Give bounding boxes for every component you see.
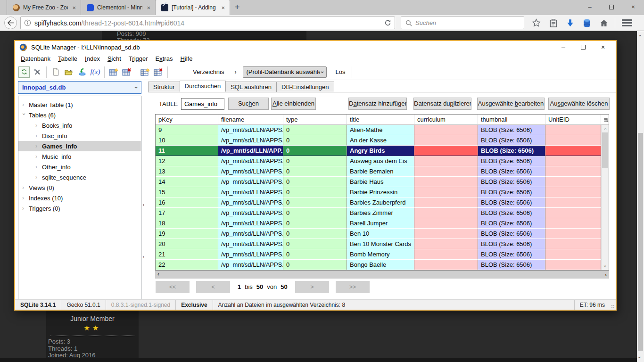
chevron-right-icon[interactable]: › [35, 132, 39, 139]
tree-item[interactable]: › Games_info [18, 141, 141, 151]
new-database-icon[interactable] [49, 66, 62, 78]
browser-tab[interactable]: [Tutorial] - Adding Flash ... × [156, 0, 230, 15]
cell-type[interactable]: 0 [283, 229, 347, 239]
menu-item[interactable]: Sicht [104, 54, 125, 63]
table-row[interactable]: 15/vp_mnt/sd/LLN/APPS...0Barbie Prinzess… [156, 187, 609, 197]
download-icon[interactable] [566, 19, 574, 27]
cell-title[interactable]: Barbies Zimmer [347, 208, 414, 218]
cell-title[interactable]: Ben 10 [347, 229, 414, 239]
cell-pKey[interactable]: 15 [156, 187, 218, 197]
browser-minimize-button[interactable]: – [579, 0, 601, 15]
cell-type[interactable]: 0 [283, 249, 347, 260]
database-select[interactable]: Innopad_sd.db › [18, 81, 141, 94]
cell-thumbnail[interactable]: BLOB (Size: 6506) [478, 177, 545, 187]
cell-curriculum[interactable] [414, 208, 478, 218]
new-tab-button[interactable]: + [230, 0, 244, 15]
action-button[interactable]: Alle einblenden [271, 98, 316, 110]
directory-button[interactable]: Verzeichnis [193, 68, 224, 75]
menu-item[interactable]: Extras [152, 54, 177, 63]
chevron-right-icon[interactable]: › [22, 101, 26, 108]
cell-curriculum[interactable] [414, 239, 478, 249]
cell-pKey[interactable]: 18 [156, 218, 218, 229]
cell-UnitEID[interactable] [545, 177, 601, 187]
column-picker-icon[interactable] [601, 115, 609, 124]
tree-item[interactable]: › Disc_info [18, 131, 141, 141]
cell-filename[interactable]: /vp_mnt/sd/LLN/APPS... [218, 177, 283, 187]
cell-type[interactable]: 0 [283, 239, 347, 249]
action-button[interactable]: Datensatz hinzufügen [348, 98, 407, 110]
cell-title[interactable]: Ausweg aus dem Eis [347, 156, 414, 166]
cell-filename[interactable]: /vp_mnt/sd/LLN/APPS... [218, 260, 283, 270]
cell-title[interactable]: Barbie Prinzessin [347, 187, 414, 197]
scroll-up-icon[interactable]: › [637, 35, 643, 37]
cell-type[interactable]: 0 [283, 197, 347, 208]
scrollbar-thumb[interactable] [638, 133, 643, 351]
grid-vertical-scrollbar[interactable]: › › [601, 125, 609, 270]
cell-UnitEID[interactable] [545, 249, 601, 260]
cell-UnitEID[interactable] [545, 260, 601, 270]
table-row[interactable]: 14/vp_mnt/sd/LLN/APPS...0Barbie HausBLOB… [156, 177, 609, 187]
table-row[interactable]: 18/vp_mnt/sd/LLN/APPS...0Barell JumperBL… [156, 218, 609, 229]
cell-thumbnail[interactable]: BLOB (Size: 6506) [478, 166, 545, 177]
profile-db-select[interactable]: (Profil-Datenbank auswählen) › [243, 66, 327, 78]
menu-item[interactable]: Tabelle [54, 54, 81, 63]
grid-horizontal-scrollbar[interactable]: › › [155, 271, 609, 279]
column-header[interactable]: title [347, 115, 414, 124]
cell-curriculum[interactable] [414, 260, 478, 270]
table-row[interactable]: 17/vp_mnt/sd/LLN/APPS...0Barbies ZimmerB… [156, 208, 609, 218]
cell-filename[interactable]: /vp_mnt/sd/LLN/APPS... [218, 156, 283, 166]
cell-title[interactable]: Bongo Baelle [347, 260, 414, 270]
scroll-left-icon[interactable]: › [157, 272, 159, 278]
cell-thumbnail[interactable]: BLOB (Size: 6506) [478, 229, 545, 239]
resize-grip[interactable] [610, 300, 616, 310]
cell-curriculum[interactable] [414, 135, 478, 146]
bookmark-star-icon[interactable] [532, 18, 541, 27]
search-input[interactable]: Suchen [401, 16, 524, 29]
column-header[interactable]: thumbnail [478, 115, 545, 124]
table-row[interactable]: 12/vp_mnt/sd/LLN/APPS...0Ausweg aus dem … [156, 156, 609, 166]
cell-title[interactable]: An der Kasse [347, 135, 414, 146]
first-page-button[interactable]: << [156, 281, 190, 293]
cell-curriculum[interactable] [414, 166, 478, 177]
tab-close-icon[interactable]: × [71, 4, 77, 11]
cell-filename[interactable]: /vp_mnt/sd/LLN/APPS... [218, 249, 283, 260]
menu-item[interactable]: Hilfe [176, 54, 196, 63]
cell-thumbnail[interactable]: BLOB (Size: 6506) [478, 218, 545, 229]
cell-title[interactable]: Barbies Zauberpferd [347, 197, 414, 208]
scroll-up-icon[interactable]: › [603, 125, 608, 132]
chevron-right-icon[interactable]: › [35, 153, 39, 160]
app-close-button[interactable]: × [593, 43, 613, 51]
action-button[interactable]: Suchen [228, 98, 269, 110]
add-table-icon[interactable] [107, 66, 120, 78]
cell-filename[interactable]: /vp_mnt/sd/LLN/APPS... [218, 166, 283, 177]
chevron-right-icon[interactable]: › [35, 143, 39, 149]
cell-curriculum[interactable] [414, 125, 478, 135]
cell-filename[interactable]: /vp_mnt/sd/LLN/APPS... [218, 125, 283, 135]
cell-UnitEID[interactable] [545, 135, 601, 146]
action-button[interactable]: Ausgewählte löschen [548, 98, 610, 110]
table-row[interactable]: 9/vp_mnt/sd/LLN/APPS...0Alien-MatheBLOB … [156, 125, 609, 135]
cell-thumbnail[interactable]: BLOB (Size: 6506) [478, 135, 545, 146]
table-row[interactable]: 21/vp_mnt/sd/LLN/APPS...0Bomb MemoryBLOB… [156, 249, 609, 260]
chevron-right-icon[interactable]: › [21, 113, 27, 117]
cell-pKey[interactable]: 12 [156, 156, 218, 166]
cell-filename[interactable]: /vp_mnt/sd/LLN/APPS... [218, 187, 283, 197]
cell-type[interactable]: 0 [283, 260, 347, 270]
chevron-right-icon[interactable]: › [22, 195, 26, 201]
cell-title[interactable]: Alien-Mathe [347, 125, 414, 135]
home-icon[interactable] [600, 19, 608, 27]
info-icon[interactable] [24, 19, 31, 26]
table-row[interactable]: 13/vp_mnt/sd/LLN/APPS...0Barbie BemalenB… [156, 166, 609, 177]
cell-pKey[interactable]: 13 [156, 166, 218, 177]
app-titlebar[interactable]: SQLite Manager - I:\LLN\Innopad_sd.db – … [15, 41, 616, 53]
tab-close-icon[interactable]: × [146, 4, 151, 11]
chevron-right-icon[interactable]: › [22, 205, 26, 212]
cell-UnitEID[interactable] [545, 187, 601, 197]
menu-item[interactable]: Trigger [125, 54, 152, 63]
tree-item[interactable]: › Triggers (0) [18, 203, 141, 214]
import-icon[interactable] [75, 66, 89, 78]
table-row[interactable]: 22/vp_mnt/sd/LLN/APPS...0Bongo BaelleBLO… [156, 260, 609, 270]
cell-UnitEID[interactable] [545, 125, 601, 135]
cell-type[interactable]: 0 [283, 125, 347, 135]
cell-title[interactable]: Barell Jumper [347, 218, 414, 229]
